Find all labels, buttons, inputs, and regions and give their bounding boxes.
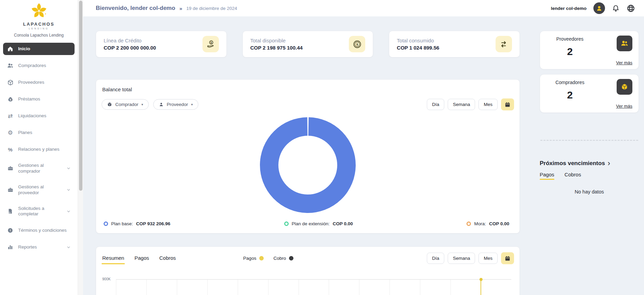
card-label: Compradores xyxy=(546,80,594,85)
ver-mas-link[interactable]: Ver más xyxy=(616,104,632,109)
language-globe-icon[interactable] xyxy=(627,4,635,13)
money-bag-icon: $ xyxy=(7,96,14,103)
percent-icon: % xyxy=(7,146,14,153)
day-button[interactable]: Día xyxy=(427,99,444,110)
calendar-icon xyxy=(504,255,511,262)
proveedores-card: Proveedores 2 Ver más xyxy=(540,31,639,69)
gear-icon: ⚙︎ xyxy=(7,129,14,136)
legend-label: Cobro xyxy=(273,256,286,261)
day-button[interactable]: Día xyxy=(427,253,444,264)
week-button[interactable]: Semana xyxy=(448,99,475,110)
sidebar-item-terminos[interactable]: ! Términos y condiciones xyxy=(3,224,75,237)
stat-value: COP 2 200 000 000.00 xyxy=(104,45,156,51)
sidebar-item-inicio[interactable]: Inicio xyxy=(3,43,75,55)
brand-name: LAPACHOS xyxy=(0,22,78,27)
summary-card: Resumen Pagos Cobros Pagos Cobro xyxy=(96,246,520,295)
series-legend: Pagos Cobro xyxy=(243,256,293,263)
briefcase-icon xyxy=(7,165,14,172)
stat-card-linea-credito: Línea de Crédito COP 2 200 000 000.00 $ xyxy=(96,31,227,57)
stat-label: Total consumido xyxy=(397,38,439,43)
tab-pagos[interactable]: Pagos xyxy=(134,254,150,264)
sidebar-item-label: Liquidaciones xyxy=(18,113,47,119)
calendar-button[interactable] xyxy=(501,252,514,264)
sidebar-item-planes[interactable]: ⚙︎ Planes xyxy=(3,126,75,139)
sidebar-item-gestiones-comprador[interactable]: Gestiones al comprador xyxy=(3,160,75,177)
sidebar-item-label: Términos y condiciones xyxy=(18,228,67,233)
sidebar-item-label: Compradores xyxy=(18,63,46,69)
dashed-divider xyxy=(540,140,638,141)
legend-pagos: Pagos xyxy=(243,256,264,261)
sidebar: LAPACHOS LENDING Consola Lapachos Lendin… xyxy=(0,0,78,295)
tab-resumen[interactable]: Resumen xyxy=(102,254,125,264)
briefcase-icon xyxy=(7,187,14,193)
chevron-down-icon xyxy=(66,188,71,192)
upcoming-title: Próximos vencimientos xyxy=(540,160,605,167)
calendar-button[interactable] xyxy=(501,98,514,110)
legend-value: COP 0.00 xyxy=(333,221,353,226)
username: lender col-demo xyxy=(551,6,587,11)
person-icon xyxy=(595,4,603,12)
home-icon xyxy=(7,45,14,52)
sidebar-item-gestiones-proveedor[interactable]: Gestiones al proveedor xyxy=(3,182,75,199)
stat-label: Total disponible xyxy=(250,38,303,43)
sidebar-item-liquidaciones[interactable]: ⇄ Liquidaciones xyxy=(3,110,75,122)
stat-label: Línea de Crédito xyxy=(104,38,156,43)
sidebar-item-compradores[interactable]: Compradores xyxy=(3,59,75,72)
people-icon xyxy=(7,62,14,69)
sidebar-item-proveedores[interactable]: Proveedores xyxy=(3,76,75,89)
tab-cobros[interactable]: Cobros xyxy=(565,172,581,180)
filter-proveedor-dropdown[interactable]: Proveedor ▾ xyxy=(153,99,198,110)
ver-mas-link[interactable]: Ver más xyxy=(616,60,632,65)
avatar[interactable] xyxy=(593,2,605,14)
left-column: Línea de Crédito COP 2 200 000 000.00 $ … xyxy=(96,31,520,295)
card-label: Proveedores xyxy=(546,36,594,42)
balance-title: Balance total xyxy=(102,86,514,92)
notifications-bell-icon[interactable] xyxy=(612,4,620,12)
cube-icon xyxy=(617,79,632,95)
sidebar-item-label: Planes xyxy=(18,130,32,136)
sidebar-item-solicitudes[interactable]: Solicitudes a completar xyxy=(3,203,75,220)
y-axis-tick: 900K xyxy=(102,277,111,281)
scrollbar-thumb[interactable] xyxy=(79,1,82,191)
legend-dot-yellow xyxy=(259,256,264,260)
sidebar-item-relaciones[interactable]: % Relaciones y planes xyxy=(3,143,75,156)
month-button[interactable]: Mes xyxy=(478,253,498,264)
info-icon: ! xyxy=(7,227,14,234)
vertical-scrollbar[interactable] xyxy=(78,0,83,295)
month-button[interactable]: Mes xyxy=(478,99,498,110)
data-point-stem xyxy=(481,280,481,295)
people-icon xyxy=(617,36,632,51)
chevron-down-icon xyxy=(66,245,71,250)
hand-coin-icon: $ xyxy=(202,36,219,52)
legend-cobro: Cobro xyxy=(273,256,293,261)
balance-controls: Comprador ▾ Proveedor ▾ Día Semana Mes xyxy=(102,98,514,110)
document-check-icon xyxy=(7,208,14,215)
week-button[interactable]: Semana xyxy=(448,253,475,264)
page-title: Bienvenido, lender col-demo xyxy=(96,5,175,12)
chevron-down-icon xyxy=(66,209,71,214)
cube-icon xyxy=(107,102,112,107)
brand-tagline: LENDING xyxy=(0,27,78,30)
swap-arrows-icon: ⇄ xyxy=(7,112,14,119)
sidebar-item-prestamos[interactable]: $ Préstamos xyxy=(3,93,75,105)
filter-label: Comprador xyxy=(115,102,139,107)
sidebar-item-reportes[interactable]: Reportes xyxy=(3,241,75,253)
filter-comprador-dropdown[interactable]: Comprador ▾ xyxy=(102,99,149,110)
compradores-card: Compradores 2 Ver más xyxy=(540,74,639,113)
legend-plan-base: Plan base: COP 932 206.96 xyxy=(104,221,170,226)
stat-cards-row: Línea de Crédito COP 2 200 000 000.00 $ … xyxy=(96,31,520,57)
double-chevron-icon: » xyxy=(179,5,182,11)
balance-total-card: Balance total Comprador ▾ Proveedor ▾ xyxy=(96,79,520,233)
legend-dot-dark xyxy=(289,256,293,260)
chevron-right-icon[interactable]: › xyxy=(608,160,610,166)
summary-tabs: Resumen Pagos Cobros xyxy=(102,254,176,264)
legend-label: Plan base: xyxy=(111,221,133,226)
legend-dot-orange xyxy=(466,222,471,226)
sidebar-item-label: Reportes xyxy=(18,244,37,250)
pagos-data-point[interactable] xyxy=(479,278,483,281)
balance-legend: Plan base: COP 932 206.96 Plan de extens… xyxy=(102,218,514,228)
tab-pagos[interactable]: Pagos xyxy=(540,172,554,180)
tab-cobros[interactable]: Cobros xyxy=(159,254,176,264)
summary-period-buttons: Día Semana Mes xyxy=(427,252,514,266)
legend-label: Plan de extensión: xyxy=(292,221,330,226)
